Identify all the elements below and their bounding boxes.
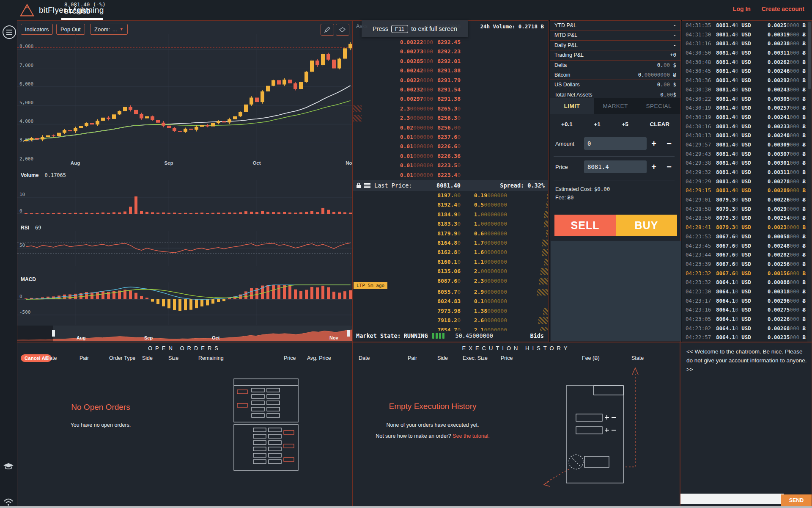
price-plus-button[interactable]: + <box>649 162 658 172</box>
tutorial-graduation-cap-icon[interactable] <box>3 462 14 471</box>
amount-input[interactable] <box>584 137 647 150</box>
trade-row: 04:29:018079.30 USD0.00226000 Ƀ <box>682 195 812 204</box>
bid-row[interactable]: 8192.400.50000000 <box>353 200 548 210</box>
trade-row: 04:29:298081.40 USD0.00278000 Ƀ <box>682 177 812 186</box>
price-minus-button[interactable]: − <box>664 162 674 172</box>
volume-chart[interactable]: 100 <box>17 180 353 216</box>
chat-input[interactable] <box>680 494 784 504</box>
exec-history-col-state: State <box>631 355 644 361</box>
bid-row[interactable]: 8183.301.00000000 <box>353 219 548 229</box>
connection-wifi-icon[interactable] <box>3 498 14 506</box>
trade-row: 04:30:228081.40 USD0.00305000 Ƀ <box>682 94 812 104</box>
price-candlestick-chart[interactable]: 8,0007,0006,0005,0004,0003,0002,000 <box>17 34 353 161</box>
ask-row[interactable]: 0.002730008292.23 <box>353 47 548 56</box>
ask-row[interactable]: 0.002220008292.45 <box>353 38 548 47</box>
zoom-select[interactable]: Zoom:...▼ <box>90 24 128 35</box>
amount-plus-button[interactable]: + <box>649 138 658 149</box>
trade-row: 04:23:308064.10 USD0.00318000 Ƀ <box>682 287 812 296</box>
exec-history-col-date: Date <box>359 355 370 361</box>
increment-plus-1[interactable]: +1 <box>594 121 600 127</box>
f11-keycap: F11 <box>391 25 408 33</box>
create-account-link[interactable]: Create account <box>762 6 804 12</box>
spread-value: Spread: 0.32% <box>500 182 545 189</box>
indicators-button[interactable]: Indicators <box>21 24 53 35</box>
bid-row[interactable]: 8164.801.70000000 <box>353 238 548 248</box>
login-link[interactable]: Log In <box>733 6 751 12</box>
open-orders-col-order-type: Order Type <box>109 355 135 361</box>
trade-row: 04:28:418079.30 USD0.00230000 Ƀ <box>682 223 812 232</box>
increment-plus-0.1[interactable]: +0.1 <box>561 121 573 127</box>
trade-row: 04:23:538067.60 USD0.00058000 Ƀ <box>682 232 812 241</box>
exec-history-col-fee-: Fee (Ƀ) <box>582 355 600 361</box>
menu-icon[interactable] <box>3 25 16 39</box>
ask-row[interactable]: 0.002850008292.01 <box>353 57 548 66</box>
ask-row[interactable]: 0.010000008226.36 <box>353 152 548 161</box>
tab-limit[interactable]: LIMIT <box>550 98 594 114</box>
bid-row[interactable]: 8197.000.19000000 <box>353 191 548 200</box>
ask-row[interactable]: 0.020000008256.00 <box>353 123 548 133</box>
ask-row[interactable]: 0.002200008291.79 <box>353 76 548 85</box>
increment-clear[interactable]: CLEAR <box>650 121 669 127</box>
trades-scrollbar-thumb[interactable] <box>808 22 811 89</box>
trade-row: 04:31:308081.40 USD0.00319000 Ƀ <box>682 30 812 39</box>
svg-text:8,000: 8,000 <box>19 44 33 49</box>
trade-row: 04:23:398067.60 USD0.00256000 Ƀ <box>682 260 812 269</box>
bid-row[interactable]: 8024.830.10000000 <box>353 297 548 306</box>
rsi-pane-label: RSI69 <box>21 225 41 231</box>
tab-btc-usd[interactable]: 8,081.40 (-%) BTC/USD <box>64 1 106 15</box>
trade-row: 04:31:168081.40 USD0.00238000 Ƀ <box>682 39 812 48</box>
bid-row[interactable]: 8160.101.10000000 <box>353 257 548 267</box>
bid-row[interactable]: 8162.801.60000000 <box>353 248 548 257</box>
last-price-row[interactable]: Last Price: 8081.40 Spread: 0.32% <box>353 180 548 191</box>
send-button[interactable]: SEND <box>781 494 812 506</box>
trades-scrollbar[interactable] <box>807 21 812 342</box>
macd-pane-label: MACD <box>21 276 36 282</box>
amount-minus-button[interactable]: − <box>664 138 674 149</box>
buy-button[interactable]: BUY <box>616 215 677 236</box>
svg-text:5,000: 5,000 <box>19 100 33 105</box>
bid-row[interactable]: 7973.981.38000000 <box>353 306 548 316</box>
tab-special[interactable]: SPECIAL <box>637 98 680 114</box>
trade-row: 04:29:388081.40 USD0.00301000 Ƀ <box>682 158 812 168</box>
open-orders-panel: OPEN ORDERS Cancel All DatePairOrder Typ… <box>17 342 352 506</box>
ask-row[interactable]: 0.002970008291.38 <box>353 94 548 104</box>
bitflyer-lightning-app: bitFlyer Lghtning 8,081.40 (-%) BTC/USD … <box>0 0 812 508</box>
macd-chart[interactable]: 0-500 <box>17 282 353 325</box>
popout-button[interactable]: Pop Out <box>56 24 85 35</box>
trade-row: 04:23:028064.10 USD0.00268000 Ƀ <box>682 324 812 333</box>
chevron-down-icon: ▼ <box>120 27 123 31</box>
bid-row[interactable]: 7918.202.60000000 <box>353 316 548 325</box>
trade-row: 04:28:588079.30 USD0.00290000 Ƀ <box>682 204 812 214</box>
tutorial-link[interactable]: See the tutorial. <box>453 433 490 439</box>
rsi-chart[interactable]: 50 <box>17 231 353 266</box>
ask-row[interactable]: 0.002320008291.54 <box>353 85 548 94</box>
increment-plus-5[interactable]: +5 <box>622 121 628 127</box>
price-row: Price + − <box>550 160 680 174</box>
chart-navigator-scrubber[interactable]: AugSepOctNov <box>17 326 353 342</box>
trade-row: 04:30:368081.40 USD0.00292000 Ƀ <box>682 76 812 85</box>
ask-row[interactable]: 0.010000008237.60 <box>353 133 548 142</box>
open-orders-col-remaining: Remaining <box>198 355 224 361</box>
tab-market[interactable]: MARKET <box>594 98 637 114</box>
open-orders-col-date: Date <box>46 355 57 361</box>
bid-row[interactable]: 8135.062.00000000 <box>353 267 548 276</box>
ask-row[interactable]: 0.010000008223.50 <box>353 161 548 170</box>
ask-row[interactable]: 0.002420008291.88 <box>353 66 548 75</box>
bid-row[interactable]: 8179.900.60000000 <box>353 229 548 238</box>
estimated-cost: Estimated Cost: $0.00 <box>555 186 610 192</box>
horizontal-scrollbar[interactable] <box>0 506 812 508</box>
bid-row[interactable]: 8055.702.90000000 <box>353 287 548 297</box>
eraser-button[interactable] <box>336 24 349 36</box>
ask-row[interactable]: 2.300000008256.30 <box>353 113 548 123</box>
no-open-orders-subtext: You have no open orders. <box>71 422 131 428</box>
draw-pencil-button[interactable] <box>321 24 334 36</box>
pencil-icon <box>324 27 330 33</box>
chat-welcome-message: << Welcome to the chatroom. Be nice. Ple… <box>686 348 808 374</box>
ask-row[interactable]: 0.010000008226.60 <box>353 142 548 151</box>
ask-row[interactable]: 2.300000008265.30 <box>353 104 548 113</box>
price-input[interactable] <box>584 160 647 173</box>
ask-row[interactable]: 0.010000008223.40 <box>353 171 548 180</box>
sell-button[interactable]: SELL <box>554 215 616 236</box>
bids-word: Bids <box>530 332 544 339</box>
bid-row[interactable]: 8184.901.00000000 <box>353 210 548 219</box>
